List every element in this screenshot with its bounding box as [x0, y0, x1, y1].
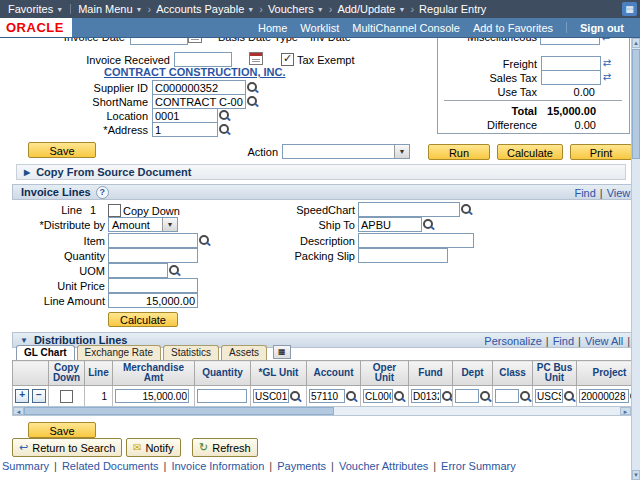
account-input[interactable]	[309, 389, 345, 403]
sales-tax-input[interactable]	[541, 70, 601, 85]
delete-row-button[interactable]: −	[32, 389, 46, 403]
unit-price-input[interactable]	[108, 278, 198, 293]
save-button-bottom[interactable]: Save	[28, 422, 96, 438]
multichannel-console-link[interactable]: MultiChannel Console	[352, 22, 460, 34]
lookup-icon[interactable]	[198, 234, 211, 247]
speedchart-input[interactable]	[358, 202, 460, 217]
lookup-icon[interactable]	[218, 123, 231, 136]
line-amount-input[interactable]	[108, 293, 198, 308]
col-project[interactable]: Project	[577, 361, 633, 386]
home-link[interactable]: Home	[258, 22, 287, 34]
scrollbar-thumb[interactable]	[632, 49, 640, 159]
tab-gl-chart[interactable]: GL Chart	[16, 345, 75, 360]
col-merchandise-amt[interactable]: Merchandise Amt	[113, 361, 195, 386]
find-link[interactable]: Find	[574, 187, 595, 199]
lookup-icon[interactable]	[393, 390, 406, 403]
line-calculate-button[interactable]: Calculate	[108, 312, 178, 327]
col-copy-down[interactable]: Copy Down	[49, 361, 85, 386]
scroll-down-icon[interactable]: ▼	[632, 470, 640, 480]
tab-statistics[interactable]: Statistics	[163, 345, 219, 360]
freight-input[interactable]	[541, 56, 601, 71]
calculate-button[interactable]: Calculate	[497, 144, 563, 160]
chevron-down-icon[interactable]: ▼	[162, 218, 177, 231]
footer-link-payments[interactable]: Payments	[277, 460, 326, 472]
footer-link-summary[interactable]: Summary	[2, 460, 49, 472]
col-fund[interactable]: Fund	[409, 361, 453, 386]
vertical-scrollbar[interactable]: ▲ ▼	[631, 38, 640, 480]
lookup-icon[interactable]	[479, 390, 492, 403]
quantity-input[interactable]	[108, 248, 198, 263]
tab-exchange-rate[interactable]: Exchange Rate	[77, 345, 161, 360]
col-gl-unit[interactable]: *GL Unit	[251, 361, 307, 386]
show-all-columns-icon[interactable]: ▦	[273, 345, 291, 359]
distribute-by-select[interactable]: Amount ▼	[108, 217, 178, 232]
lookup-icon[interactable]	[460, 203, 473, 216]
location-input[interactable]	[152, 108, 218, 123]
add-to-favorites-link[interactable]: Add to Favorites	[473, 22, 553, 34]
calendar-icon[interactable]	[188, 38, 202, 43]
lookup-icon[interactable]	[218, 109, 231, 122]
lookup-icon[interactable]	[441, 390, 453, 403]
lookup-icon[interactable]	[519, 390, 532, 403]
breadcrumb-favorites[interactable]: Favorites ▼	[8, 3, 63, 15]
personalize-link[interactable]: Personalize	[484, 335, 541, 347]
merchandise-amt-input[interactable]	[115, 389, 189, 403]
address-input[interactable]	[152, 122, 218, 137]
oper-unit-input[interactable]	[363, 389, 393, 403]
notify-button[interactable]: ✉ Notify	[126, 438, 181, 457]
footer-link-related-documents[interactable]: Related Documents	[62, 460, 159, 472]
pc-bus-unit-input[interactable]	[535, 389, 563, 403]
lookup-icon[interactable]	[246, 81, 259, 94]
worklist-link[interactable]: Worklist	[300, 22, 339, 34]
action-select[interactable]: ▼	[282, 144, 410, 159]
class-input[interactable]	[495, 389, 519, 403]
row-quantity-input[interactable]	[197, 389, 247, 403]
view-all-link[interactable]: View All	[585, 335, 623, 347]
breadcrumb-add-update[interactable]: Add/Update ▼	[337, 3, 405, 15]
scroll-up-icon[interactable]: ▲	[632, 38, 640, 48]
breadcrumb-regular-entry[interactable]: Regular Entry	[419, 3, 486, 15]
chevron-down-icon[interactable]: ▼	[394, 145, 409, 158]
breadcrumb-accounts-payable[interactable]: Accounts Payable ▼	[156, 3, 254, 15]
find-link[interactable]: Find	[553, 335, 574, 347]
fund-input[interactable]	[411, 389, 441, 403]
tab-assets[interactable]: Assets	[221, 345, 267, 360]
copy-down-checkbox[interactable]	[108, 204, 121, 217]
col-pc-bus-unit[interactable]: PC Bus Unit	[533, 361, 577, 386]
run-button[interactable]: Run	[428, 144, 490, 160]
breadcrumb-vouchers[interactable]: Vouchers ▼	[268, 3, 324, 15]
view-all-link[interactable]: View All	[607, 187, 632, 199]
return-to-search-button[interactable]: ↩ Return to Search	[12, 438, 122, 457]
row-copy-down-checkbox[interactable]	[60, 390, 73, 403]
supplier-id-input[interactable]	[152, 80, 246, 95]
tax-exempt-checkbox[interactable]	[281, 53, 294, 66]
shortname-input[interactable]	[152, 94, 246, 109]
sign-out-link[interactable]: Sign out	[580, 22, 624, 34]
collapse-icon[interactable]: ▼	[20, 336, 28, 345]
help-icon[interactable]: ?	[96, 186, 109, 199]
project-input[interactable]	[579, 389, 629, 403]
lookup-icon[interactable]	[168, 264, 181, 277]
lookup-icon[interactable]	[345, 390, 358, 403]
col-line[interactable]: Line	[85, 361, 113, 386]
lookup-icon[interactable]	[422, 218, 435, 231]
col-class[interactable]: Class	[493, 361, 533, 386]
add-row-button[interactable]: +	[15, 389, 29, 403]
col-account[interactable]: Account	[307, 361, 361, 386]
footer-link-error-summary[interactable]: Error Summary	[441, 460, 516, 472]
horizontal-scrollbar[interactable]: ◄ ►	[12, 406, 632, 416]
lookup-icon[interactable]	[563, 390, 576, 403]
footer-link-voucher-attributes[interactable]: Voucher Attributes	[339, 460, 428, 472]
col-quantity[interactable]: Quantity	[195, 361, 251, 386]
supplier-name-link[interactable]: CONTRACT CONSTRUCTION, INC.	[104, 66, 286, 78]
refresh-button[interactable]: ↻ Refresh	[192, 438, 258, 457]
transfer-icon[interactable]: ⇄	[600, 56, 614, 69]
breadcrumb-main-menu[interactable]: Main Menu ▼	[78, 3, 142, 15]
col-dept[interactable]: Dept	[453, 361, 493, 386]
lookup-icon[interactable]	[246, 95, 259, 108]
navbar-icon[interactable]: ▦	[622, 2, 637, 16]
scroll-left-icon[interactable]: ◄	[13, 407, 24, 415]
lookup-icon[interactable]	[289, 390, 302, 403]
col-oper-unit[interactable]: Oper Unit	[361, 361, 409, 386]
invoice-date-input[interactable]	[130, 38, 188, 45]
